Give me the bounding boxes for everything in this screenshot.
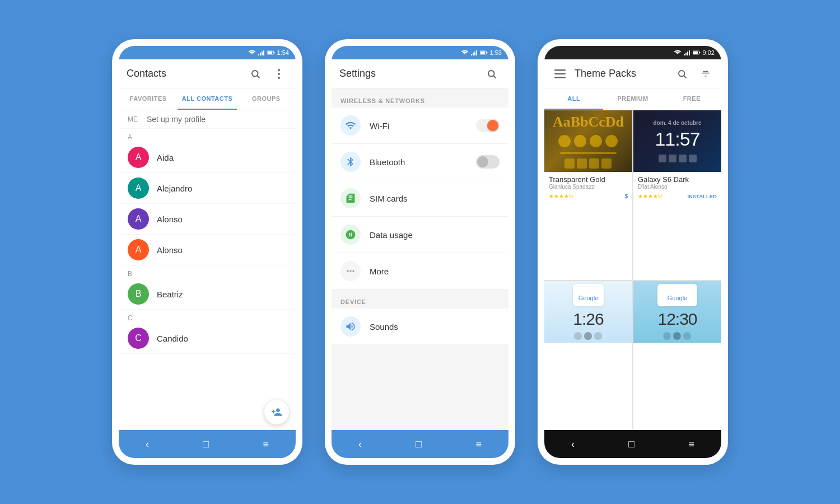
svg-rect-29 [699, 52, 700, 53]
theme-card-light[interactable]: Google 1:26 [544, 281, 632, 430]
theme-tab-bar: ALL PREMIUM FREE [544, 88, 721, 110]
avatar: A [128, 208, 149, 230]
avatar: C [128, 328, 149, 349]
theme-grid: AaBbCcDd [544, 110, 721, 430]
svg-rect-26 [687, 52, 688, 55]
data-setting[interactable]: Data usage [332, 217, 508, 253]
theme-blue-info [633, 343, 721, 348]
sound-icon [345, 321, 356, 332]
wifi-setting[interactable]: Wi-Fi [332, 108, 508, 144]
wifi-status-icon [248, 50, 256, 55]
svg-rect-5 [273, 52, 274, 53]
sounds-setting[interactable]: Sounds [332, 309, 508, 345]
nav-back[interactable]: ‹ [349, 436, 371, 452]
filter-icon [701, 69, 711, 79]
search-icon [250, 69, 260, 79]
contacts-body: ME Set up my profile A A Aida A Alejandr… [119, 110, 296, 430]
theme-app-bar: Theme Packs [544, 59, 721, 88]
nav-back[interactable]: ‹ [562, 436, 584, 452]
contacts-status-bar: 1:54 [119, 46, 296, 59]
search-button[interactable] [483, 65, 501, 83]
svg-rect-3 [263, 50, 264, 55]
dark-preview-time: 11:57 [653, 128, 701, 150]
theme-gold-stars: ★★★★½ [549, 193, 573, 199]
tab-all[interactable]: ALL [544, 88, 603, 110]
signal-status-icon [471, 50, 478, 55]
tab-all-contacts[interactable]: ALL CONTACTS [178, 88, 236, 110]
contacts-app-bar: Contacts [119, 59, 296, 88]
nav-recents[interactable]: ≡ [466, 436, 491, 452]
list-item[interactable]: A Aida [119, 142, 296, 173]
settings-time: 1:53 [490, 49, 502, 56]
svg-rect-0 [258, 54, 259, 55]
dark-preview-date: dom. 4 de octubre [653, 120, 701, 126]
svg-line-8 [257, 76, 259, 78]
svg-rect-6 [267, 52, 272, 54]
me-text: Set up my profile [147, 115, 206, 124]
tab-groups[interactable]: GROUPS [237, 88, 296, 110]
theme-card-dark[interactable]: dom. 4 de octubre 11:57 Galaxy S6 Dark D… [633, 110, 721, 280]
more-label: More [370, 267, 500, 276]
bluetooth-setting[interactable]: Bluetooth [332, 144, 508, 180]
list-item[interactable]: A Alejandro [119, 173, 296, 204]
settings-title: Settings [339, 68, 477, 80]
bluetooth-label: Bluetooth [370, 157, 467, 167]
wifi-toggle[interactable] [476, 119, 500, 132]
add-contact-fab[interactable] [264, 400, 289, 424]
sim-setting[interactable]: SIM cards [332, 180, 508, 217]
svg-point-34 [679, 71, 685, 77]
wifi-setting-icon [340, 115, 361, 136]
section-a-label: A [119, 129, 296, 142]
add-person-icon [271, 407, 282, 418]
list-item[interactable]: A Alonso [119, 235, 296, 265]
theme-light-info [544, 343, 632, 348]
sounds-setting-icon [340, 316, 361, 337]
more-dots-icon [345, 265, 356, 277]
settings-phone: 1:53 Settings WIRELESS & NETWORKS Wi-Fi [325, 39, 515, 465]
svg-rect-17 [486, 52, 487, 53]
me-row[interactable]: ME Set up my profile [119, 110, 296, 129]
wifi-status-icon [461, 50, 469, 55]
bluetooth-toggle[interactable] [476, 155, 500, 169]
theme-gold-author: Gianluca Spadazzi [549, 184, 628, 190]
more-setting[interactable]: More [332, 253, 508, 290]
theme-preview-dark: dom. 4 de octubre 11:57 [633, 110, 721, 172]
nav-home[interactable]: □ [619, 436, 643, 452]
nav-recents[interactable]: ≡ [254, 436, 278, 452]
contact-name: Alonso [157, 245, 183, 255]
data-icon [345, 229, 356, 240]
svg-line-35 [684, 76, 686, 78]
section-b-label: B [119, 265, 296, 279]
tab-premium[interactable]: PREMIUM [603, 88, 662, 110]
nav-back[interactable]: ‹ [137, 436, 158, 452]
contacts-title: Contacts [127, 68, 241, 80]
nav-home[interactable]: □ [194, 436, 218, 452]
search-button[interactable] [246, 65, 264, 83]
sim-setting-icon [340, 188, 361, 208]
theme-preview-blue: Google 12:30 [633, 281, 721, 343]
hamburger-icon [554, 69, 566, 78]
svg-point-21 [349, 270, 351, 272]
list-item[interactable]: B Beatriz [119, 279, 296, 310]
nav-home[interactable]: □ [407, 436, 431, 452]
tab-favorites[interactable]: FAVORITES [119, 88, 178, 110]
more-button[interactable] [270, 65, 288, 83]
light-preview-time: 1:26 [573, 310, 603, 329]
contacts-tab-bar: FAVORITES ALL CONTACTS GROUPS [119, 88, 296, 110]
tab-free[interactable]: FREE [662, 88, 721, 110]
theme-card-gold[interactable]: AaBbCcDd [544, 110, 632, 280]
signal-status-icon [684, 50, 690, 55]
nav-recents[interactable]: ≡ [679, 436, 703, 452]
theme-blue-meta [633, 348, 721, 353]
contact-name: Alonso [157, 214, 183, 224]
list-item[interactable]: A Alonso [119, 204, 296, 235]
search-button[interactable] [673, 65, 691, 83]
filter-button[interactable] [697, 65, 715, 83]
sounds-label: Sounds [370, 322, 500, 332]
svg-rect-30 [693, 52, 697, 54]
menu-button[interactable] [551, 65, 569, 83]
theme-card-blue[interactable]: Google 12:30 [633, 281, 721, 430]
svg-point-9 [278, 69, 280, 71]
settings-status-bar: 1:53 [332, 46, 508, 59]
list-item[interactable]: C Candido [119, 323, 296, 354]
